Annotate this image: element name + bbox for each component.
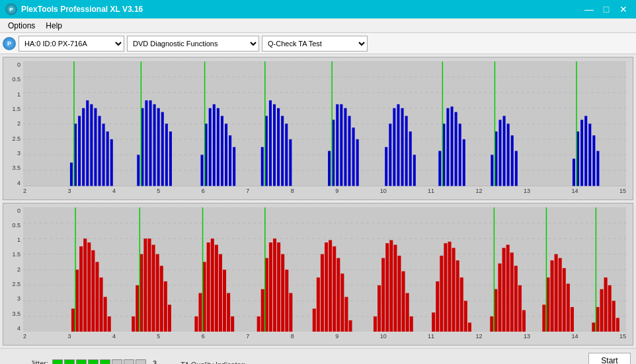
svg-rect-36 (221, 116, 223, 186)
svg-rect-63 (401, 108, 404, 186)
start-button[interactable]: Start (588, 353, 631, 365)
svg-rect-70 (451, 106, 454, 186)
svg-rect-16 (98, 116, 100, 186)
svg-rect-168 (448, 241, 451, 332)
svg-rect-45 (277, 108, 280, 186)
svg-rect-146 (321, 254, 324, 332)
svg-rect-193 (592, 322, 595, 332)
svg-rect-173 (468, 322, 471, 332)
svg-rect-41 (261, 147, 264, 186)
svg-rect-121 (168, 305, 171, 332)
svg-rect-165 (436, 281, 439, 332)
svg-rect-107 (95, 262, 99, 332)
svg-rect-54 (344, 108, 346, 186)
svg-rect-169 (452, 248, 456, 332)
svg-rect-109 (104, 297, 107, 332)
svg-rect-39 (233, 147, 235, 186)
svg-rect-177 (502, 248, 506, 332)
svg-rect-142 (289, 293, 292, 332)
bottom-chart-y-axis: 4 3.5 3 2.5 2 1.5 1 0.5 0 (3, 207, 23, 332)
jitter-seg-3 (76, 359, 87, 364)
svg-rect-187 (555, 254, 558, 332)
title-bar: P PlexTools Professional XL V3.16 — □ ✕ (0, 0, 636, 18)
svg-rect-145 (317, 277, 320, 332)
svg-rect-103 (79, 246, 83, 332)
meters-section: Jitter: 3 Peak Shift: (5, 359, 157, 365)
svg-rect-191 (571, 307, 574, 332)
svg-rect-66 (413, 155, 416, 186)
svg-rect-60 (389, 124, 391, 186)
app-title: PlexTools Professional XL V3.16 (21, 5, 143, 14)
svg-rect-69 (446, 108, 449, 186)
svg-rect-46 (281, 116, 284, 186)
menu-help[interactable]: Help (40, 20, 67, 32)
svg-rect-127 (211, 238, 214, 332)
top-chart-svg (23, 61, 626, 186)
svg-rect-195 (600, 289, 603, 332)
drive-selector-group: P HA:0 ID:0 PX-716A (3, 36, 124, 52)
quality-label: TA Quality Indicator: (180, 361, 245, 365)
svg-rect-130 (223, 270, 226, 332)
svg-rect-186 (550, 260, 553, 332)
svg-rect-139 (277, 242, 280, 332)
svg-rect-117 (152, 244, 155, 332)
svg-rect-157 (385, 243, 389, 332)
svg-rect-33 (209, 108, 212, 186)
svg-rect-199 (616, 318, 619, 332)
svg-rect-166 (440, 256, 443, 332)
svg-rect-118 (156, 254, 159, 332)
svg-rect-141 (285, 270, 288, 332)
svg-rect-106 (91, 250, 95, 332)
svg-rect-77 (498, 120, 501, 186)
svg-rect-149 (333, 246, 336, 332)
jitter-seg-2 (64, 359, 75, 364)
svg-rect-181 (518, 285, 522, 332)
svg-rect-26 (157, 108, 160, 186)
svg-rect-124 (198, 293, 202, 332)
main-content: 4 3.5 3 2.5 2 1.5 1 0.5 0 (0, 54, 636, 348)
svg-rect-182 (522, 310, 526, 332)
svg-rect-163 (410, 316, 413, 332)
jitter-seg-6 (112, 359, 122, 364)
drive-icon: P (3, 37, 16, 50)
svg-rect-89 (596, 151, 599, 186)
svg-rect-21 (137, 155, 139, 186)
svg-rect-171 (460, 277, 463, 332)
svg-rect-194 (596, 307, 599, 332)
svg-rect-184 (542, 305, 545, 332)
svg-rect-86 (584, 116, 587, 186)
svg-rect-129 (219, 254, 222, 332)
svg-rect-126 (207, 242, 210, 332)
title-controls: — □ ✕ (582, 2, 631, 17)
svg-rect-67 (438, 151, 441, 186)
svg-rect-158 (389, 240, 393, 332)
svg-rect-81 (515, 151, 518, 186)
svg-rect-27 (161, 112, 164, 186)
svg-rect-147 (325, 242, 328, 332)
svg-rect-52 (336, 104, 338, 186)
svg-rect-172 (464, 301, 467, 332)
svg-rect-44 (273, 104, 276, 186)
function-select[interactable]: DVD Diagnostic Functions (127, 36, 259, 52)
svg-rect-71 (455, 112, 457, 186)
svg-rect-28 (165, 124, 168, 186)
svg-rect-9 (70, 163, 73, 186)
svg-rect-13 (86, 100, 89, 186)
test-select[interactable]: Q-Check TA Test (262, 36, 368, 52)
minimize-button[interactable]: — (582, 2, 596, 17)
svg-rect-151 (340, 273, 344, 332)
close-button[interactable]: ✕ (616, 2, 631, 17)
toolbar: P HA:0 ID:0 PX-716A DVD Diagnostic Funct… (0, 33, 636, 54)
app-icon: P (5, 3, 17, 15)
menu-options[interactable]: Options (3, 20, 40, 32)
maximize-button[interactable]: □ (599, 2, 614, 17)
bottom-chart-panel: 4 3.5 3 2.5 2 1.5 1 0.5 0 (3, 203, 633, 346)
jitter-value: 3 (153, 359, 157, 365)
svg-rect-179 (510, 252, 514, 332)
svg-rect-112 (132, 316, 135, 332)
drive-select[interactable]: HA:0 ID:0 PX-716A (19, 36, 124, 52)
svg-rect-104 (83, 238, 87, 332)
svg-rect-197 (608, 285, 612, 332)
svg-rect-161 (402, 271, 405, 332)
jitter-seg-5 (100, 359, 110, 364)
